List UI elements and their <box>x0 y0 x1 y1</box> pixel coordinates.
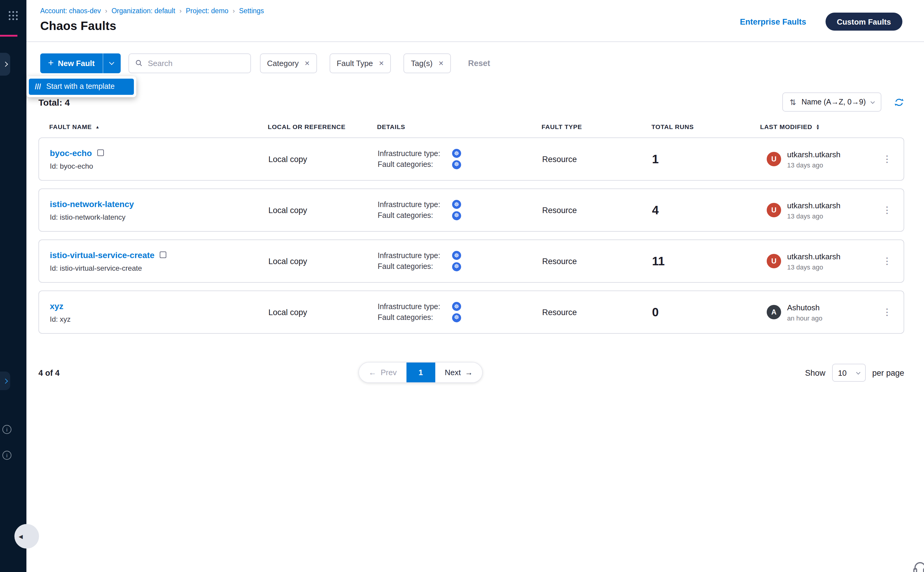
fault-categories-label: Fault categories: <box>378 263 452 271</box>
new-fault-split-button: + New Fault S <box>40 53 121 73</box>
start-with-template-item[interactable]: Start with a template <box>29 78 134 95</box>
kubernetes-icon: ☸ <box>452 313 461 322</box>
page-1-button[interactable]: 1 <box>406 362 435 382</box>
chevron-down-icon <box>856 370 860 374</box>
headset-support-icon[interactable] <box>912 560 924 572</box>
column-total-runs: TOTAL RUNS <box>652 123 760 130</box>
avatar: U <box>767 152 781 166</box>
custom-faults-button[interactable]: Custom Faults <box>825 12 902 31</box>
fault-id: Id: xyz <box>50 315 268 323</box>
fault-type-value: Resource <box>542 256 652 266</box>
avatar: A <box>767 305 781 319</box>
fault-name-link[interactable]: istio-virtual-service-create <box>50 250 155 260</box>
enterprise-faults-link[interactable]: Enterprise Faults <box>740 17 806 26</box>
infrastructure-type-label: Infrastructure type: <box>378 303 452 311</box>
sidebar-collapse-handle[interactable]: ◀ <box>14 524 39 549</box>
breadcrumb-account-link[interactable]: Account: chaos-dev <box>40 7 101 14</box>
remove-filter-icon[interactable]: × <box>379 59 384 67</box>
new-fault-label: New Fault <box>58 59 95 67</box>
page-header: Account: chaos-dev › Organization: defau… <box>26 0 924 42</box>
fault-type-value: Resource <box>542 155 652 163</box>
nav-accent-line <box>0 35 17 37</box>
custom-fault-badge-icon <box>160 252 166 258</box>
table-row: istio-network-latency Id: istio-network-… <box>39 188 904 232</box>
pager: ← Prev 1 Next → <box>358 362 483 383</box>
fault-name-link[interactable]: xyz <box>50 301 63 311</box>
info-icon[interactable]: i <box>2 425 11 434</box>
fault-categories-label: Fault categories: <box>378 314 452 322</box>
local-or-reference-value: Local copy <box>268 308 378 317</box>
filter-tags[interactable]: Tag(s) × <box>404 53 451 73</box>
refresh-button[interactable] <box>894 97 904 107</box>
reset-filters-link[interactable]: Reset <box>468 59 490 67</box>
help-icon[interactable]: i <box>2 451 11 460</box>
row-menu-button[interactable]: ⋮ <box>881 204 893 217</box>
search-box <box>129 53 251 73</box>
kubernetes-icon: ☸ <box>452 262 461 271</box>
sort-both-icon: ▲▼ <box>816 124 820 130</box>
fault-name-link[interactable]: istio-network-latency <box>50 199 134 208</box>
fault-id: Id: istio-network-latency <box>50 213 268 221</box>
new-fault-dropdown-toggle[interactable] <box>103 53 121 73</box>
sort-asc-icon: ▲ <box>95 124 100 129</box>
breadcrumb-organization-link[interactable]: Organization: default <box>111 7 175 14</box>
refresh-icon <box>894 97 904 107</box>
column-local-or-reference: LOCAL OR REFERENCE <box>268 123 377 130</box>
custom-fault-badge-icon <box>97 149 104 156</box>
total-runs-value: 0 <box>652 305 761 319</box>
filter-category[interactable]: Category × <box>260 53 317 73</box>
modified-by-user: Ashutosh <box>787 303 822 312</box>
kubernetes-icon: ☸ <box>452 302 461 311</box>
result-count: 4 of 4 <box>39 368 60 377</box>
row-menu-button[interactable]: ⋮ <box>881 255 893 268</box>
search-icon <box>135 59 143 67</box>
row-menu-button[interactable]: ⋮ <box>881 306 893 319</box>
avatar: U <box>767 203 781 217</box>
new-fault-button[interactable]: + New Fault <box>40 53 103 73</box>
breadcrumb: Account: chaos-dev › Organization: defau… <box>40 7 264 14</box>
infrastructure-type-label: Infrastructure type: <box>378 252 452 260</box>
kubernetes-icon: ☸ <box>452 251 461 260</box>
modified-by-user: utkarsh.utkarsh <box>787 150 840 159</box>
filter-tags-label: Tag(s) <box>411 59 432 67</box>
per-page-dropdown[interactable]: 10 <box>832 364 865 382</box>
fault-name-link[interactable]: byoc-echo <box>50 148 92 157</box>
fault-list: Total: 4 ⇅ Name (A→Z, 0→9) <box>26 92 924 384</box>
fault-type-value: Resource <box>542 308 652 317</box>
prev-page-button[interactable]: ← Prev <box>359 362 406 382</box>
sort-dropdown[interactable]: ⇅ Name (A→Z, 0→9) <box>782 92 881 112</box>
column-fault-name[interactable]: FAULT NAME ▲ <box>49 123 268 130</box>
sidebar-toggle-chevron[interactable] <box>0 371 10 390</box>
remove-filter-icon[interactable]: × <box>439 59 443 67</box>
per-page-label: per page <box>872 368 904 377</box>
avatar: U <box>767 254 781 268</box>
total-runs-value: 1 <box>652 152 761 166</box>
sort-label: Name (A→Z, 0→9) <box>801 98 866 106</box>
breadcrumb-settings-link[interactable]: Settings <box>239 7 264 14</box>
module-grid-icon[interactable] <box>8 10 19 21</box>
local-or-reference-value: Local copy <box>268 155 378 163</box>
fault-type-value: Resource <box>542 205 652 214</box>
filter-pills: Category × Fault Type × Tag(s) × <box>260 53 451 73</box>
search-input[interactable] <box>146 58 244 68</box>
filter-fault-type[interactable]: Fault Type × <box>329 53 391 73</box>
table-row: istio-virtual-service-create Id: istio-v… <box>39 239 904 283</box>
total-count: Total: 4 <box>39 97 70 107</box>
modified-time: 13 days ago <box>787 161 840 168</box>
column-last-modified[interactable]: LAST MODIFIED ▲▼ <box>760 123 879 130</box>
chevron-right-icon <box>3 378 8 384</box>
remove-filter-icon[interactable]: × <box>305 59 310 67</box>
chevron-right-icon <box>3 62 8 67</box>
nav-expand-chevron[interactable] <box>0 53 10 76</box>
filter-fault-type-label: Fault Type <box>336 59 373 67</box>
fault-categories-label: Fault categories: <box>378 211 452 220</box>
infrastructure-type-label: Infrastructure type: <box>378 149 452 158</box>
breadcrumb-project-link[interactable]: Project: demo <box>186 7 229 14</box>
breadcrumb-separator: › <box>105 7 107 14</box>
arrow-left-icon: ← <box>369 368 376 377</box>
page-title: Chaos Faults <box>40 19 264 33</box>
local-or-reference-value: Local copy <box>268 256 378 266</box>
row-menu-button[interactable]: ⋮ <box>881 152 893 166</box>
next-page-button[interactable]: Next → <box>435 362 482 382</box>
modified-time: 13 days ago <box>787 263 840 270</box>
